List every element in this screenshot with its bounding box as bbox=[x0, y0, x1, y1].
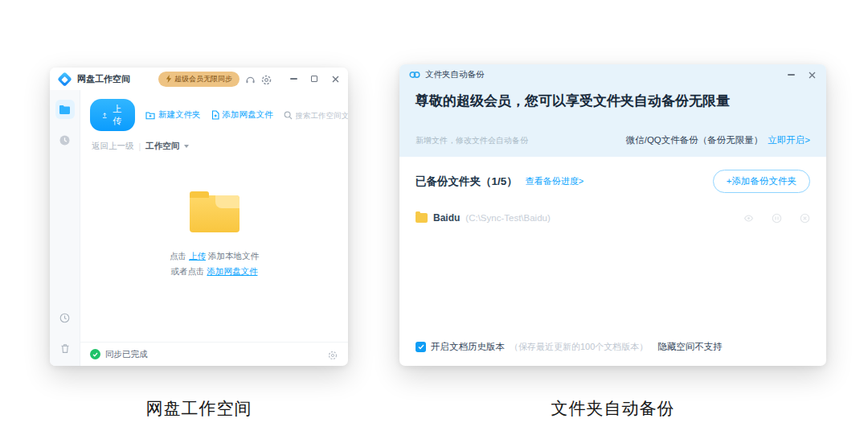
workspace-toolbar: 上传 新建文件夹 添加网盘文件 bbox=[80, 90, 348, 131]
upload-arrow-icon bbox=[102, 111, 108, 120]
backup-window-title: 文件夹自动备份 bbox=[425, 69, 485, 80]
upload-link[interactable]: 上传 bbox=[189, 251, 206, 261]
backup-heading: 尊敬的超级会员，您可以享受文件夹自动备份无限量 bbox=[416, 92, 810, 110]
workspace-window: 网盘工作空间 超级会员无限同步 bbox=[50, 68, 348, 366]
sync-settings-gear-icon[interactable] bbox=[328, 349, 338, 359]
empty-line-1: 点击 上传 添加本地文件 bbox=[170, 251, 259, 262]
add-netdisk-file-label: 添加网盘文件 bbox=[223, 109, 273, 121]
backup-list-header: 已备份文件夹（1/5） 查看备份进度> +添加备份文件夹 bbox=[416, 170, 810, 193]
add-netdisk-file-link[interactable]: 添加网盘文件 bbox=[207, 266, 257, 276]
backup-subtext: 新增文件，修改文件会自动备份 bbox=[416, 135, 528, 146]
vip-badge[interactable]: 超级会员无限同步 bbox=[158, 72, 240, 87]
backup-body: 已备份文件夹（1/5） 查看备份进度> +添加备份文件夹 Baidu (C:\S… bbox=[399, 157, 826, 366]
backup-folder-row[interactable]: Baidu (C:\Sync-Test\Baidu) bbox=[416, 212, 810, 224]
add-backup-folder-button[interactable]: +添加备份文件夹 bbox=[713, 170, 810, 193]
backup-folder-path: (C:\Sync-Test\Baidu) bbox=[465, 213, 550, 223]
backup-list-title: 已备份文件夹（1/5） bbox=[416, 174, 518, 189]
add-file-icon bbox=[211, 110, 219, 120]
backup-header-band: 文件夹自动备份 尊敬的超级会员，您可以享受文件夹自动备份无限量 新增文件，修改文… bbox=[399, 64, 826, 157]
workspace-sidebar bbox=[50, 90, 80, 366]
chevron-down-icon[interactable] bbox=[184, 145, 189, 148]
help-headset-icon[interactable] bbox=[245, 74, 256, 84]
view-icon[interactable] bbox=[743, 213, 754, 224]
workspace-window-controls bbox=[289, 74, 340, 84]
backup-subrow: 新增文件，修改文件会自动备份 微信/QQ文件备份（备份无限量） 立即开启> bbox=[399, 110, 826, 157]
backup-titlebar: 文件夹自动备份 bbox=[399, 64, 826, 85]
sidebar-item-history[interactable] bbox=[55, 308, 75, 327]
backup-window: 文件夹自动备份 尊敬的超级会员，您可以享受文件夹自动备份无限量 新增文件，修改文… bbox=[399, 64, 826, 366]
workspace-search bbox=[284, 111, 349, 120]
maximize-icon[interactable] bbox=[309, 74, 319, 84]
breadcrumb-back[interactable]: 返回上一级 bbox=[92, 141, 134, 152]
caption-workspace: 网盘工作空间 bbox=[50, 397, 348, 420]
new-folder-icon bbox=[145, 111, 155, 120]
close-icon[interactable] bbox=[330, 74, 340, 84]
backup-app-icon bbox=[409, 71, 420, 79]
netdisk-logo-icon bbox=[57, 72, 72, 86]
view-progress-link[interactable]: 查看备份进度> bbox=[526, 175, 583, 187]
add-netdisk-file-button[interactable]: 添加网盘文件 bbox=[211, 109, 273, 121]
remove-backup-icon[interactable] bbox=[800, 213, 810, 224]
empty-state: 点击 上传 添加本地文件 或者点击 添加网盘文件 bbox=[80, 152, 348, 342]
empty-line2-prefix: 或者点击 bbox=[171, 266, 207, 276]
history-version-label: 开启文档历史版本 bbox=[431, 341, 505, 353]
new-folder-button[interactable]: 新建文件夹 bbox=[145, 109, 201, 121]
pause-backup-icon[interactable] bbox=[772, 213, 782, 224]
caption-backup: 文件夹自动备份 bbox=[399, 397, 826, 420]
sidebar-item-recent[interactable] bbox=[55, 130, 75, 150]
upload-button[interactable]: 上传 bbox=[90, 99, 135, 131]
empty-click-text: 点击 bbox=[170, 251, 189, 261]
history-version-note: （保存最近更新的100个文档版本） bbox=[510, 341, 648, 353]
backup-footer: 开启文档历史版本 （保存最近更新的100个文档版本） 隐藏空间不支持 bbox=[416, 341, 810, 366]
page: 网盘工作空间 超级会员无限同步 bbox=[0, 0, 868, 435]
sync-statusbar: 同步已完成 bbox=[80, 342, 348, 366]
folder-icon bbox=[416, 213, 428, 223]
new-folder-label: 新建文件夹 bbox=[158, 109, 201, 121]
wechat-qq-label: 微信/QQ文件备份（备份无限量） bbox=[626, 134, 764, 146]
empty-line-2: 或者点击 添加网盘文件 bbox=[171, 266, 258, 277]
backup-folder-name: Baidu bbox=[433, 212, 460, 224]
empty-line1-rest: 添加本地文件 bbox=[206, 251, 259, 261]
search-icon bbox=[284, 111, 293, 120]
sync-success-icon bbox=[90, 349, 100, 359]
sync-status-text: 同步已完成 bbox=[105, 349, 148, 360]
sidebar-item-files[interactable] bbox=[55, 100, 75, 119]
lightning-icon bbox=[166, 75, 172, 83]
history-clock-icon bbox=[59, 313, 70, 323]
close-icon[interactable] bbox=[807, 70, 817, 80]
wechat-qq-backup: 微信/QQ文件备份（备份无限量） 立即开启> bbox=[626, 134, 810, 146]
workspace-titlebar: 网盘工作空间 超级会员无限同步 bbox=[50, 68, 348, 90]
breadcrumb-current[interactable]: 工作空间 bbox=[145, 141, 179, 152]
clock-icon bbox=[59, 134, 71, 146]
breadcrumb-separator: | bbox=[139, 142, 141, 151]
folder-icon bbox=[59, 105, 71, 115]
hidden-space-note: 隐藏空间不支持 bbox=[657, 341, 723, 353]
backup-window-controls bbox=[786, 70, 817, 80]
search-input[interactable] bbox=[296, 111, 349, 120]
minimize-icon[interactable] bbox=[289, 74, 298, 84]
backup-row-actions bbox=[743, 213, 810, 224]
breadcrumb: 返回上一级 | 工作空间 bbox=[80, 131, 348, 152]
vip-badge-label: 超级会员无限同步 bbox=[174, 74, 232, 84]
history-version-checkbox[interactable] bbox=[416, 342, 426, 352]
sidebar-item-trash[interactable] bbox=[55, 339, 75, 358]
empty-folder-illustration bbox=[190, 195, 240, 232]
trash-icon bbox=[60, 343, 70, 354]
minimize-icon[interactable] bbox=[786, 70, 796, 80]
upload-button-label: 上传 bbox=[112, 103, 123, 127]
enable-now-link[interactable]: 立即开启> bbox=[768, 134, 810, 146]
settings-gear-icon[interactable] bbox=[261, 74, 272, 84]
workspace-window-title: 网盘工作空间 bbox=[77, 73, 130, 85]
